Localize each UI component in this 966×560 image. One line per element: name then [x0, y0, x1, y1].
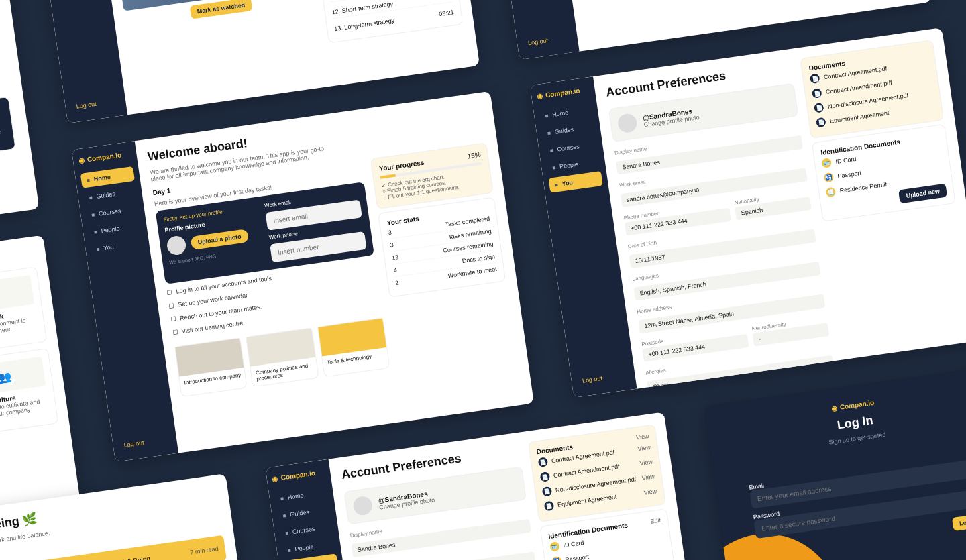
account-panel-2: Compan.io Home Guides Courses People You… — [266, 412, 698, 560]
stats-card: Your stats 3Tasks completed 3Tasks remai… — [378, 197, 506, 297]
brand: Compan.io — [78, 150, 131, 164]
course-content: ▶ Mark as watched 5. Threats06:45 6. Usa… — [98, 0, 480, 115]
training-tile[interactable]: Introduction to company — [174, 337, 248, 397]
training-tile[interactable]: Tools & technology — [317, 317, 390, 377]
account-panel: Compan.io Home Guides Courses People You… — [530, 27, 966, 398]
welcome-panel: Compan.io Home Guides Courses People You… — [72, 91, 534, 462]
logout[interactable]: Log out — [576, 367, 631, 389]
nav-you[interactable]: You — [54, 0, 105, 1]
logout[interactable]: Log out — [117, 431, 172, 453]
logout[interactable]: Log out — [522, 30, 573, 51]
sidebar: Guides Courses People Directory Org char… — [490, 0, 580, 60]
avatar — [616, 113, 638, 134]
login-panel: Compan.io Log In Sign up to get started … — [704, 366, 966, 560]
documents-card: DocumentsView 📄Contract Agreement.pdfVie… — [528, 424, 666, 522]
article-panel: 1. Employee Engagement A positive cultur… — [0, 0, 39, 254]
training-tile[interactable]: Company policies and procedures — [246, 327, 319, 387]
learning-card[interactable]: 👥People CultureLearn how to cultivate an… — [0, 348, 58, 436]
upload-photo-button[interactable]: Upload a photo — [190, 229, 248, 250]
brand: Compan.io — [537, 85, 590, 100]
learning-card[interactable]: 🛡️Safety at WorkSafe work environment is… — [0, 266, 47, 354]
login-button[interactable]: Log In — [952, 514, 966, 531]
mark-watched-button[interactable]: Mark as watched — [190, 0, 253, 19]
avatar — [166, 235, 187, 256]
documents-card: Documents 📄Contract Agreement.pdf 📄Contr… — [800, 40, 944, 139]
inclusivity-card[interactable]: 🤝 Inclusivity We celebrate diversity and… — [0, 97, 16, 172]
brand: Compan.io — [272, 468, 325, 483]
id-documents-card: Identification Documents 🪪ID Card 🛂Passp… — [812, 124, 955, 222]
logout[interactable]: Log out — [70, 93, 121, 115]
lesson-list: 5. Threats06:45 6. Usability05:12 7. Use… — [307, 0, 463, 44]
